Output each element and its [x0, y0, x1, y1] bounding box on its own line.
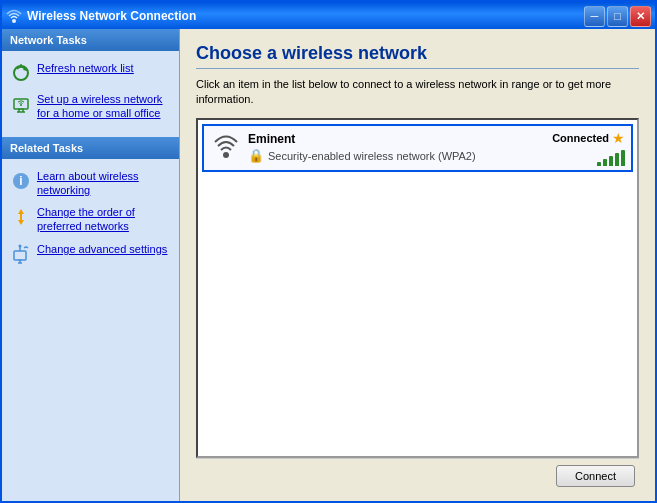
network-status-row: 🔒 Security-enabled wireless network (WPA… [248, 148, 546, 163]
network-list-scroll[interactable]: Eminent 🔒 Security-enabled wireless netw… [198, 120, 637, 456]
title-bar: Wireless Network Connection ─ □ ✕ [2, 3, 655, 29]
related-tasks-heading: Related Tasks [2, 137, 179, 159]
sidebar: Network Tasks Refresh network list [2, 29, 180, 501]
minimize-button[interactable]: ─ [584, 6, 605, 27]
window-icon [6, 8, 22, 24]
sidebar-item-advanced[interactable]: Change advanced settings [2, 238, 179, 269]
setup-label: Set up a wireless network for a home or … [37, 92, 171, 121]
maximize-button[interactable]: □ [607, 6, 628, 27]
sidebar-item-change-order[interactable]: Change the order of preferred networks [2, 201, 179, 238]
svg-rect-13 [20, 214, 22, 220]
change-order-icon [10, 206, 32, 228]
page-title: Choose a wireless network [196, 43, 639, 69]
signal-bars [597, 148, 625, 166]
signal-bar-1 [597, 162, 601, 166]
svg-marker-12 [18, 209, 24, 214]
network-tasks-heading: Network Tasks [2, 29, 179, 51]
advanced-label: Change advanced settings [37, 242, 167, 256]
network-right: Connected ★ [552, 130, 625, 166]
learn-icon: i [10, 170, 32, 192]
title-bar-buttons: ─ □ ✕ [584, 6, 651, 27]
star-icon: ★ [612, 130, 625, 146]
setup-icon [10, 93, 32, 115]
svg-point-0 [12, 19, 16, 23]
svg-marker-14 [18, 220, 24, 225]
network-item-icon [210, 132, 242, 164]
sidebar-item-setup[interactable]: Set up a wireless network for a home or … [2, 88, 179, 125]
content-area: Choose a wireless network Click an item … [180, 29, 655, 501]
related-tasks-list: i Learn about wireless networking C [2, 159, 179, 275]
signal-bar-3 [609, 156, 613, 166]
window-title: Wireless Network Connection [27, 9, 584, 23]
sidebar-item-learn[interactable]: i Learn about wireless networking [2, 165, 179, 202]
svg-point-9 [20, 104, 22, 106]
close-button[interactable]: ✕ [630, 6, 651, 27]
signal-bar-2 [603, 159, 607, 166]
connect-button[interactable]: Connect [556, 465, 635, 487]
refresh-icon [10, 62, 32, 84]
main-window: Wireless Network Connection ─ □ ✕ Networ… [0, 0, 657, 503]
svg-point-1 [14, 66, 28, 80]
change-order-label: Change the order of preferred networks [37, 205, 171, 234]
svg-point-21 [223, 152, 229, 158]
network-status: Security-enabled wireless network (WPA2) [268, 150, 476, 162]
signal-bar-4 [615, 153, 619, 166]
bottom-area: Connect [196, 458, 639, 491]
network-name: Eminent [248, 132, 546, 146]
svg-text:i: i [19, 174, 22, 188]
svg-point-20 [19, 244, 22, 247]
change-advanced-icon [10, 243, 32, 265]
sidebar-item-refresh[interactable]: Refresh network list [2, 57, 179, 88]
network-list-container: Eminent 🔒 Security-enabled wireless netw… [196, 118, 639, 458]
signal-bar-5 [621, 150, 625, 166]
network-tasks-list: Refresh network list [2, 51, 179, 131]
learn-label: Learn about wireless networking [37, 169, 171, 198]
content-description: Click an item in the list below to conne… [196, 77, 639, 108]
network-item[interactable]: Eminent 🔒 Security-enabled wireless netw… [202, 124, 633, 172]
lock-icon: 🔒 [248, 148, 264, 163]
main-area: Network Tasks Refresh network list [2, 29, 655, 501]
refresh-label: Refresh network list [37, 61, 134, 75]
connected-label: Connected [552, 132, 609, 144]
svg-rect-15 [14, 251, 26, 260]
network-item-info: Eminent 🔒 Security-enabled wireless netw… [242, 132, 552, 163]
